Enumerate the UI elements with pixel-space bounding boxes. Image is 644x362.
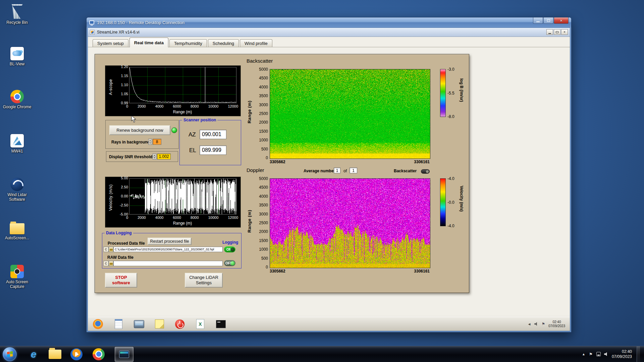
ascope-plot: A-scope 1.201.151.101.050.99 02000400060… [105, 65, 241, 116]
ascope-xtick: 2000 [138, 104, 146, 108]
processed-path-field[interactable]: C:\LidarA\Data\Proc\2023\202309\20230907… [113, 247, 223, 252]
rdc-maximize-button[interactable] [543, 17, 553, 24]
remote-notepad-launcher[interactable] [112, 318, 124, 330]
taskbar-ie-button[interactable]: e [26, 347, 41, 362]
hidden-icons-arrow[interactable]: ▲ [582, 352, 585, 356]
vi-close-button[interactable]: × [561, 29, 568, 35]
doppler-ytick: 5000 [259, 176, 268, 181]
taskbar-media-player-button[interactable] [69, 347, 84, 362]
raw-browse-icon[interactable] [109, 261, 113, 266]
vi-titlebar[interactable]: StreamLine XR v14-6.vi [88, 28, 570, 37]
remote-cmd-launcher[interactable] [215, 318, 227, 330]
backscatter-ytick: 4500 [259, 76, 268, 80]
tab-bar: System setup Real time data Temp/humidit… [88, 37, 570, 47]
rays-spinner[interactable]: ▲ ▼ [148, 139, 152, 145]
desktop-icon-recycle-bin[interactable]: Recycle Bin [3, 3, 32, 25]
vi-restore-button[interactable] [554, 29, 560, 35]
wind-lidar-icon [10, 178, 24, 191]
auto-screen-capture-icon [10, 265, 24, 278]
taskbar-rdc-button[interactable] [115, 347, 133, 362]
backscatter-ytick: 5000 [259, 67, 268, 72]
tab-system-setup[interactable]: System setup [93, 39, 128, 47]
mouse-cursor [131, 115, 136, 123]
spinner-down-icon[interactable]: ▼ [149, 142, 152, 145]
backscatter-toggle[interactable] [421, 169, 430, 174]
tab-real-time-data[interactable]: Real time data [129, 38, 168, 47]
spinner-up-icon[interactable]: ▲ [153, 154, 156, 157]
average-total-field[interactable]: 1 [350, 168, 357, 173]
taskbar-chrome-button[interactable] [91, 347, 106, 362]
doppler-ytick: 4500 [259, 185, 268, 190]
of-label: of [343, 169, 347, 173]
show-desktop-button[interactable] [637, 346, 640, 362]
remote-clock[interactable]: 02:40 07/09/2023 [548, 320, 565, 328]
restart-processed-file-button[interactable]: Restart processed file [148, 238, 192, 245]
velocity-xticks: 020004000600080001000012000 [126, 216, 238, 220]
raw-logging-toggle[interactable]: OFF [224, 260, 235, 266]
backscatter-colorbar-tick: -3.0 [447, 67, 454, 72]
remote-browser-launcher[interactable] [92, 318, 104, 330]
remote-flag-icon[interactable]: ⚑ [541, 322, 545, 326]
labview-app-icon [90, 30, 95, 35]
remote-power-launcher[interactable] [174, 318, 186, 330]
velocity-ytick: 5.00 [121, 176, 128, 180]
rays-value-field[interactable]: 8 [153, 139, 161, 145]
desktop-icon-wind-lidar[interactable]: Wind Lidar Software [3, 178, 32, 202]
processed-drive-box[interactable]: C [103, 247, 109, 252]
stop-software-button-line2: software [112, 280, 130, 286]
tab-wind-profile[interactable]: Wind profile [240, 39, 272, 47]
doppler-colorbar-tick: -4.0 [447, 176, 454, 181]
rdc-minimize-button[interactable] [533, 17, 543, 24]
ascope-graph-canvas[interactable] [129, 67, 236, 103]
taskbar-clock[interactable]: 02:40 07/09/2023 [612, 349, 632, 359]
remote-rdc-launcher[interactable] [133, 318, 145, 330]
snr-spinner[interactable]: ▲ ▼ [153, 154, 156, 160]
vi-minimize-button[interactable] [546, 29, 553, 35]
desktop-icon-google-chrome[interactable]: Google Chrome [3, 90, 32, 109]
velocity-graph-canvas[interactable] [129, 178, 236, 215]
processed-logging-toggle[interactable]: ON [224, 246, 235, 252]
desktop-icon-autoscreen-folder[interactable]: AutoScreen... [3, 223, 32, 240]
remote-notes-launcher[interactable] [153, 318, 165, 330]
spinner-up-icon[interactable]: ▲ [149, 139, 152, 142]
spinner-down-icon[interactable]: ▼ [153, 157, 156, 160]
network-icon[interactable] [596, 352, 601, 356]
mw41-icon [10, 134, 24, 147]
volume-icon[interactable] [604, 352, 608, 356]
remote-xr-launcher[interactable]: X [194, 318, 206, 330]
az-value-field[interactable]: 090.001 [200, 130, 226, 139]
ascope-xtick: 6000 [173, 104, 181, 108]
raw-drive-box[interactable]: C [103, 261, 109, 266]
raw-path-field[interactable] [113, 261, 223, 266]
start-button[interactable] [3, 347, 17, 361]
scanner-position-group: Scanner position AZ 090.001 EL 089.999 [179, 120, 241, 165]
average-number-field[interactable]: 1 [334, 168, 340, 173]
doppler-heatmap-canvas[interactable] [270, 178, 430, 268]
backscatter-ytick: 3500 [259, 94, 268, 98]
tab-temp-humidity[interactable]: Temp/humidity [169, 39, 207, 47]
backscatter-heatmap-canvas[interactable] [270, 69, 430, 159]
remote-volume-icon[interactable] [534, 322, 538, 326]
taskbar-explorer-button[interactable] [48, 347, 62, 362]
raw-data-file-label: RAW Data file [107, 255, 133, 260]
doppler-colorbar [440, 178, 446, 226]
remote-clock-time: 02:40 [548, 320, 565, 324]
stop-software-button[interactable]: STOP software [105, 273, 137, 288]
desktop-icon-auto-screen-capture[interactable]: Auto Screen Capture [3, 265, 32, 289]
el-value-field[interactable]: 089.999 [200, 145, 226, 155]
rdc-titlebar[interactable]: 192.168.0.150 - Remote Desktop Connectio… [87, 17, 571, 27]
power-icon [175, 319, 184, 329]
desktop-icon-label: BL-View [10, 62, 24, 66]
processed-browse-icon[interactable] [109, 247, 113, 252]
desktop-icon-mw41[interactable]: MW41 [3, 134, 32, 154]
change-lidar-settings-button[interactable]: Change LiDAR Settings [185, 273, 223, 288]
tab-scheduling[interactable]: Scheduling [208, 39, 239, 47]
remote-hidden-icons-arrow[interactable]: ◀ [527, 322, 531, 326]
action-center-flag-icon[interactable]: ⚑ [589, 352, 593, 356]
renew-background-button[interactable]: Renew background now [109, 125, 170, 135]
internet-explorer-icon: e [31, 349, 37, 360]
snr-value-field[interactable]: 1.002 [157, 154, 171, 160]
rdc-close-button[interactable]: × [554, 17, 569, 24]
backscatter-colorbar [440, 69, 446, 117]
desktop-icon-bl-view[interactable]: BL-View [3, 47, 32, 66]
